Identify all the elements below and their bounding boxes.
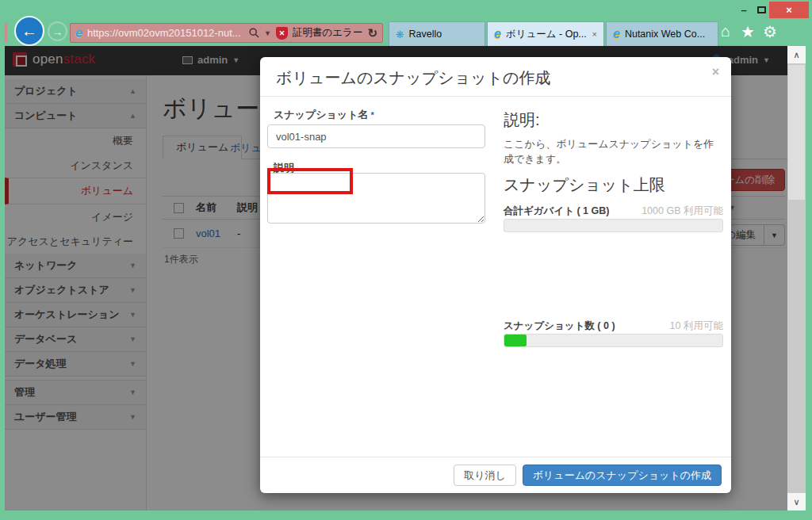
- create-snapshot-submit-button[interactable]: ボリュームのスナップショットの作成: [523, 465, 722, 486]
- forward-button[interactable]: →: [48, 21, 67, 41]
- ravello-pinwheel-icon: ❋: [396, 29, 404, 40]
- browser-navbar: ← → e https://ovm02ovm20151012-nut... ▼ …: [0, 19, 812, 46]
- tab-label: Nutanix Web Co...: [625, 29, 705, 40]
- settings-gear-icon[interactable]: ⚙: [760, 22, 780, 41]
- scroll-down-icon[interactable]: ∨: [787, 493, 806, 510]
- scrollbar-thumb[interactable]: [788, 65, 805, 200]
- tab-label: Ravello: [408, 29, 442, 40]
- modal-footer: 取り消し ボリュームのスナップショットの作成: [260, 457, 731, 493]
- tab-label: ボリューム - Op...: [506, 28, 587, 41]
- address-dropdown-caret-icon[interactable]: ▼: [264, 29, 271, 37]
- search-icon[interactable]: [249, 28, 259, 38]
- quota-gigabytes: 合計ギガバイト ( 1 GB) 1000 GB 利用可能: [504, 205, 723, 218]
- tab-ravello[interactable]: ❋ Ravello: [389, 21, 485, 46]
- snapshot-limits-heading: スナップショット上限: [504, 174, 723, 196]
- refresh-icon[interactable]: ↻: [367, 26, 377, 40]
- urlbar-edge: [5, 23, 7, 42]
- cancel-button[interactable]: 取り消し: [454, 465, 516, 486]
- create-snapshot-modal: ボリュームのスナップショットの作成 × スナップショット名* 説明 説明: ここ…: [260, 57, 731, 493]
- url-text[interactable]: https://ovm02ovm20151012-nut...: [87, 27, 244, 39]
- quota-count-available: 10 利用可能: [670, 319, 723, 333]
- browser-window: – × ← → e https://ovm02ovm20151012-nut..…: [0, 0, 812, 520]
- home-icon[interactable]: ⌂: [715, 22, 736, 40]
- modal-title: ボリュームのスナップショットの作成: [276, 67, 551, 89]
- window-minimize-button[interactable]: –: [736, 2, 752, 18]
- certificate-error-icon: ✕: [276, 27, 288, 40]
- tab-close-icon[interactable]: ×: [592, 29, 597, 39]
- red-highlight-annotation: [267, 168, 353, 194]
- quota-snapshot-count: スナップショット数 ( 0 ) 10 利用可能: [504, 319, 723, 333]
- address-bar[interactable]: e https://ovm02ovm20151012-nut... ▼ ✕ 証明…: [70, 23, 383, 43]
- tab-nutanix[interactable]: e Nutanix Web Co...: [606, 21, 718, 46]
- description-heading: 説明:: [504, 109, 723, 131]
- quota-count-fill: [504, 335, 527, 346]
- tab-volume-active[interactable]: e ボリューム - Op... ×: [487, 21, 604, 46]
- help-text: ここから、ボリュームスナップショットを作成できます。: [504, 137, 723, 167]
- certificate-error-label[interactable]: 証明書のエラー: [293, 26, 362, 40]
- snapshot-name-label: スナップショット名*: [274, 108, 374, 122]
- favorites-star-icon[interactable]: ★: [737, 22, 758, 41]
- window-maximize-button[interactable]: [753, 2, 769, 18]
- vertical-scrollbar[interactable]: ∧ ∨: [787, 46, 806, 510]
- quota-count-progressbar: [504, 334, 723, 347]
- window-close-button[interactable]: ×: [769, 2, 809, 18]
- quota-gb-available: 1000 GB 利用可能: [642, 205, 723, 218]
- modal-header: ボリュームのスナップショットの作成 ×: [260, 57, 731, 97]
- ie-tab-icon: e: [613, 28, 620, 40]
- quota-gb-label: 合計ギガバイト ( 1 GB): [504, 205, 609, 218]
- quota-count-label: スナップショット数 ( 0 ): [504, 319, 615, 333]
- quota-gb-progressbar: [504, 219, 723, 232]
- back-button[interactable]: ←: [14, 16, 44, 46]
- ie-tab-icon: e: [494, 28, 501, 40]
- ie-page-icon: e: [75, 27, 82, 40]
- browser-viewport: openstack admin ▼ 👤 admin ▼ プロジェクト▲ コンピュ…: [5, 46, 806, 510]
- scroll-up-icon[interactable]: ∧: [787, 46, 806, 63]
- snapshot-name-input[interactable]: [267, 124, 485, 148]
- modal-close-icon[interactable]: ×: [712, 65, 719, 79]
- back-arrow-icon: ←: [21, 22, 37, 40]
- forward-arrow-icon: →: [52, 25, 63, 38]
- maximize-icon: [757, 6, 766, 13]
- required-asterisk: *: [370, 110, 373, 120]
